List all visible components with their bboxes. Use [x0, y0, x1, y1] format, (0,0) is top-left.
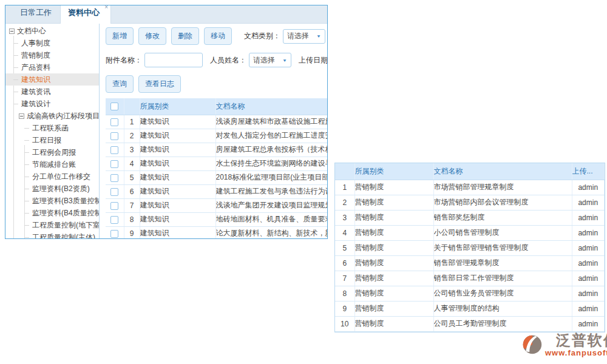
table-row[interactable]: 7 营销制度 销售部日常工作管理制度 admin	[335, 271, 605, 286]
tree-item[interactable]: 监理资料(B2资质)	[5, 183, 99, 195]
tree-item-clipped[interactable]: 工程质量控制(主体)	[5, 231, 99, 238]
row-doc-name: 2018标准化监理项目部(业主项目部)人员...	[215, 170, 327, 184]
upload-date-label-clipped: 上传日期	[299, 55, 327, 66]
row-doc-name: 房屋建筑工程总承包投标书（技术标）...	[215, 143, 327, 157]
close-icon[interactable]: ×	[104, 5, 108, 10]
table-row[interactable]: 2 营销制度 市场营销部内部会议管理制度 admin	[335, 195, 605, 210]
table-row[interactable]: 5 营销制度 关于销售部管理销售管理制度 admin	[335, 240, 605, 255]
tree-item-label: 成渝高铁内江标段项目	[27, 112, 100, 120]
table-row[interactable]: 3 营销制度 销售部奖惩制度 admin	[335, 210, 605, 225]
tab-bar: 日常工作 资料中心 ×	[5, 5, 327, 24]
delete-button[interactable]: 删除	[171, 27, 199, 45]
table-row[interactable]: 2 建筑知识 对发包人指定分包的工程施工进度安排...	[106, 129, 327, 143]
row-number: 3	[124, 143, 140, 157]
query-button[interactable]: 查询	[106, 75, 134, 93]
row-number: 1	[335, 180, 354, 195]
row-checkbox[interactable]	[110, 174, 118, 182]
row-uploader: admin	[572, 195, 605, 210]
row-category: 建筑知识	[140, 115, 215, 129]
table-row[interactable]: 9 营销制度 人事管理制度的结构 admin	[335, 301, 605, 316]
row-checkbox[interactable]	[110, 216, 118, 224]
screen: 日常工作 资料中心 × 文档中心 人事制度 营销制度 产品资料 建筑知识 建筑资…	[0, 0, 607, 364]
tree-item[interactable]: 人事制度	[5, 37, 99, 49]
row-number: 9	[335, 301, 354, 316]
tree-item[interactable]: 营销制度	[5, 49, 99, 61]
table-row[interactable]: 4 营销制度 小公司销售管理制度 admin	[335, 225, 605, 240]
row-checkbox[interactable]	[110, 160, 118, 168]
tree-item[interactable]: 工程联系函	[5, 122, 99, 134]
table-row[interactable]: 1 建筑知识 浅谈房屋建筑和市政基础设施工程施工...	[106, 115, 327, 129]
select-all-checkbox[interactable]	[110, 103, 118, 110]
tree-item[interactable]: 节能减排台账	[5, 158, 99, 170]
row-checkbox[interactable]	[110, 188, 118, 196]
table-row[interactable]: 6 营销制度 销售部管理规章制度 admin	[335, 255, 605, 271]
row-checkbox[interactable]	[110, 230, 118, 238]
row-number: 6	[124, 184, 140, 198]
table-row[interactable]: 3 建筑知识 房屋建筑工程总承包投标书（技术标）...	[106, 143, 327, 157]
row-number: 3	[335, 210, 354, 225]
collapse-icon[interactable]	[19, 113, 24, 119]
tree-item-selected[interactable]: 建筑知识	[5, 73, 99, 86]
tree-item[interactable]: 监理资料(B4质量控制)	[5, 207, 99, 219]
tab-data-center[interactable]: 资料中心 ×	[60, 5, 111, 24]
person-name-select[interactable]: 请选择 ▼	[249, 53, 291, 67]
row-uploader: admin	[572, 286, 605, 301]
row-doc-name: 市场营销部管理规章制度	[433, 180, 572, 195]
tree-item[interactable]: 建筑设计	[5, 98, 99, 110]
header-category: 所属别类	[354, 163, 433, 180]
row-category: 建筑知识	[140, 184, 215, 198]
row-category: 建筑知识	[140, 198, 215, 212]
tab-daily-work[interactable]: 日常工作	[12, 5, 60, 23]
attachment-name-input[interactable]	[144, 53, 203, 67]
row-number: 4	[124, 157, 140, 170]
modify-button[interactable]: 修改	[138, 27, 166, 45]
table-row[interactable]: 8 建筑知识 地砖地面材料、机具准备、质量要求及...	[106, 212, 327, 226]
tree-item-project[interactable]: 成渝高铁内江标段项目	[5, 110, 99, 122]
add-button[interactable]: 新增	[106, 27, 134, 45]
move-button[interactable]: 移动	[204, 27, 232, 45]
row-number: 8	[124, 212, 140, 226]
row-checkbox[interactable]	[110, 132, 118, 140]
row-checkbox[interactable]	[110, 146, 118, 154]
row-checkbox-cell	[106, 198, 124, 212]
table-row[interactable]: 7 建筑知识 浅谈地产集团开发建设项目监理规划编...	[106, 198, 327, 212]
collapse-icon[interactable]	[9, 29, 15, 34]
view-log-button[interactable]: 查看日志	[138, 75, 181, 93]
row-checkbox[interactable]	[110, 118, 118, 126]
row-doc-name: 关于销售部管理销售管理制度	[433, 240, 572, 255]
logo-url[interactable]: www.fanpusoft.com	[545, 348, 607, 357]
table-row[interactable]: 5 建筑知识 2018标准化监理项目部(业主项目部)人员...	[106, 170, 327, 184]
table-row[interactable]: 6 建筑知识 建筑工程施工发包与承包违法行为认定...	[106, 184, 327, 198]
tree-item[interactable]: 产品资料	[5, 61, 99, 73]
tree-item[interactable]: 工程例会周报	[5, 146, 99, 158]
row-doc-name: 论大厦新材料、新结构、新技术，新工...	[215, 226, 327, 238]
row-uploader: admin	[572, 240, 605, 255]
row-checkbox-cell	[106, 184, 124, 198]
row-category: 营销制度	[354, 195, 433, 210]
row-uploader: admin	[572, 316, 605, 331]
doc-category-value: 请选择	[287, 31, 309, 41]
marketing-docs-table: 所属别类 文档名称 上传... 1 营销制度 市场营销部管理规章制度 admin…	[335, 163, 605, 332]
tree-item[interactable]: 建筑资讯	[5, 86, 99, 98]
tree-item[interactable]: 工程日报	[5, 134, 99, 146]
row-checkbox[interactable]	[110, 202, 118, 210]
row-category: 营销制度	[354, 271, 433, 286]
doc-category-select[interactable]: 请选择 ▼	[283, 29, 325, 44]
table-row[interactable]: 9 建筑知识 论大厦新材料、新结构、新技术，新工...	[106, 226, 327, 238]
row-checkbox-cell	[106, 212, 124, 226]
table-row[interactable]: 10 营销制度 公司员工考勤管理制度 admin	[335, 316, 605, 331]
tree-item[interactable]: 监理资料(B3质量控制)	[5, 195, 99, 207]
fanpu-logo: 泛普软件 www.fanpusoft.com	[521, 332, 607, 357]
tree-item[interactable]: 分工单位工作移交	[5, 170, 99, 183]
table-row[interactable]: 1 营销制度 市场营销部管理规章制度 admin	[335, 180, 605, 195]
tree-item[interactable]: 工程质量控制(地下室)	[5, 219, 99, 231]
row-uploader: admin	[572, 180, 605, 195]
row-number: 8	[335, 286, 354, 301]
table-row[interactable]: 8 营销制度 公司销售业务员管理制度 admin	[335, 286, 605, 301]
table-row[interactable]: 4 建筑知识 水土保持生态环境监测网络的建设与资...	[106, 157, 327, 170]
row-category: 营销制度	[354, 286, 433, 301]
person-name-label: 人员姓名：	[210, 55, 246, 66]
tree-item-root[interactable]: 文档中心	[5, 25, 99, 37]
marketing-docs-table-panel: 所属别类 文档名称 上传... 1 营销制度 市场营销部管理规章制度 admin…	[334, 163, 605, 332]
row-category: 营销制度	[354, 316, 433, 331]
